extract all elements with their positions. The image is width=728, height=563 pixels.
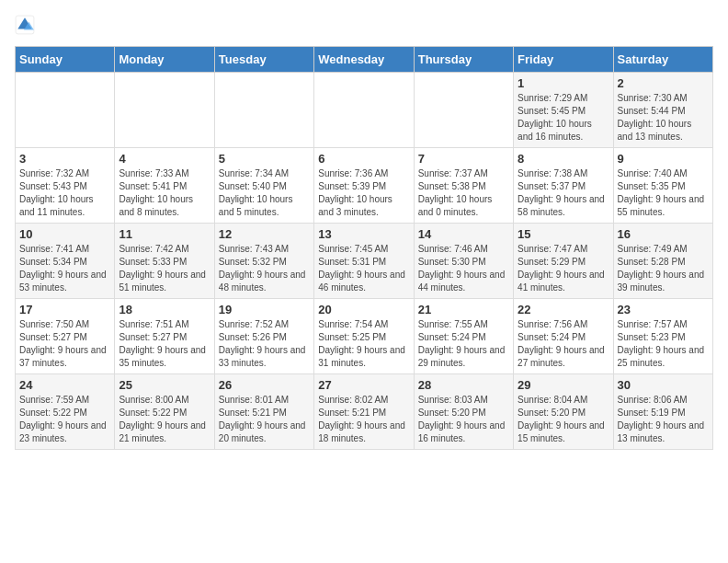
day-info: Sunrise: 8:00 AM Sunset: 5:22 PM Dayligh… xyxy=(119,394,210,445)
calendar-cell: 30Sunrise: 8:06 AM Sunset: 5:19 PM Dayli… xyxy=(613,374,712,450)
day-number: 7 xyxy=(418,152,509,166)
day-number: 15 xyxy=(518,227,609,241)
day-info: Sunrise: 7:36 AM Sunset: 5:39 PM Dayligh… xyxy=(318,167,409,219)
day-number: 24 xyxy=(19,378,110,392)
day-info: Sunrise: 7:52 AM Sunset: 5:26 PM Dayligh… xyxy=(219,318,310,370)
day-info: Sunrise: 7:59 AM Sunset: 5:22 PM Dayligh… xyxy=(19,394,110,445)
day-number: 22 xyxy=(518,303,609,316)
day-info: Sunrise: 8:06 AM Sunset: 5:19 PM Dayligh… xyxy=(618,394,709,445)
day-of-week-header: Tuesday xyxy=(214,47,313,73)
day-number: 6 xyxy=(318,152,409,166)
day-info: Sunrise: 8:01 AM Sunset: 5:21 PM Dayligh… xyxy=(219,394,310,445)
day-info: Sunrise: 7:45 AM Sunset: 5:31 PM Dayligh… xyxy=(318,243,409,294)
day-number: 5 xyxy=(219,152,310,166)
day-number: 12 xyxy=(219,227,310,241)
calendar-cell: 2Sunrise: 7:30 AM Sunset: 5:44 PM Daylig… xyxy=(613,73,712,148)
day-info: Sunrise: 8:04 AM Sunset: 5:20 PM Dayligh… xyxy=(518,394,609,445)
day-number: 23 xyxy=(618,303,709,316)
day-number: 19 xyxy=(219,303,310,316)
calendar-cell: 22Sunrise: 7:56 AM Sunset: 5:24 PM Dayli… xyxy=(514,299,613,374)
calendar-week-row: 24Sunrise: 7:59 AM Sunset: 5:22 PM Dayli… xyxy=(16,374,713,450)
day-number: 13 xyxy=(318,227,409,241)
day-number: 17 xyxy=(19,303,110,316)
calendar-cell: 19Sunrise: 7:52 AM Sunset: 5:26 PM Dayli… xyxy=(214,299,313,374)
day-info: Sunrise: 7:57 AM Sunset: 5:23 PM Dayligh… xyxy=(618,318,709,370)
calendar-cell: 21Sunrise: 7:55 AM Sunset: 5:24 PM Dayli… xyxy=(414,299,513,374)
day-info: Sunrise: 7:41 AM Sunset: 5:34 PM Dayligh… xyxy=(19,243,110,294)
day-info: Sunrise: 7:50 AM Sunset: 5:27 PM Dayligh… xyxy=(19,318,110,370)
day-info: Sunrise: 7:46 AM Sunset: 5:30 PM Dayligh… xyxy=(418,243,509,294)
calendar-body: 1Sunrise: 7:29 AM Sunset: 5:45 PM Daylig… xyxy=(16,73,713,450)
day-of-week-header: Monday xyxy=(115,47,214,73)
day-number: 1 xyxy=(518,76,609,90)
calendar-cell: 3Sunrise: 7:32 AM Sunset: 5:43 PM Daylig… xyxy=(16,148,115,224)
calendar-cell: 29Sunrise: 8:04 AM Sunset: 5:20 PM Dayli… xyxy=(514,374,613,450)
day-info: Sunrise: 7:54 AM Sunset: 5:25 PM Dayligh… xyxy=(318,318,409,370)
day-info: Sunrise: 7:49 AM Sunset: 5:28 PM Dayligh… xyxy=(618,243,709,294)
day-number: 4 xyxy=(119,152,210,166)
day-of-week-header: Friday xyxy=(514,47,613,73)
calendar-header-row: SundayMondayTuesdayWednesdayThursdayFrid… xyxy=(16,47,713,73)
day-info: Sunrise: 7:38 AM Sunset: 5:37 PM Dayligh… xyxy=(518,167,609,219)
day-number: 18 xyxy=(119,303,210,316)
calendar-cell: 5Sunrise: 7:34 AM Sunset: 5:40 PM Daylig… xyxy=(214,148,313,224)
calendar-week-row: 3Sunrise: 7:32 AM Sunset: 5:43 PM Daylig… xyxy=(16,148,713,224)
calendar-cell: 23Sunrise: 7:57 AM Sunset: 5:23 PM Dayli… xyxy=(613,299,712,374)
logo xyxy=(15,15,35,35)
calendar-cell xyxy=(314,73,414,148)
calendar-cell: 6Sunrise: 7:36 AM Sunset: 5:39 PM Daylig… xyxy=(314,148,414,224)
day-info: Sunrise: 7:29 AM Sunset: 5:45 PM Dayligh… xyxy=(518,92,609,144)
day-number: 11 xyxy=(119,227,210,241)
day-info: Sunrise: 7:32 AM Sunset: 5:43 PM Dayligh… xyxy=(19,167,110,219)
day-number: 29 xyxy=(518,378,609,392)
day-info: Sunrise: 8:02 AM Sunset: 5:21 PM Dayligh… xyxy=(318,394,409,445)
calendar-week-row: 10Sunrise: 7:41 AM Sunset: 5:34 PM Dayli… xyxy=(16,224,713,299)
logo-icon xyxy=(15,15,35,35)
day-info: Sunrise: 7:33 AM Sunset: 5:41 PM Dayligh… xyxy=(119,167,210,219)
day-number: 14 xyxy=(418,227,509,241)
day-info: Sunrise: 7:51 AM Sunset: 5:27 PM Dayligh… xyxy=(119,318,210,370)
day-number: 10 xyxy=(19,227,110,241)
day-info: Sunrise: 7:40 AM Sunset: 5:35 PM Dayligh… xyxy=(618,167,709,219)
day-of-week-header: Sunday xyxy=(16,47,115,73)
calendar-cell: 25Sunrise: 8:00 AM Sunset: 5:22 PM Dayli… xyxy=(115,374,214,450)
day-number: 25 xyxy=(119,378,210,392)
calendar-cell: 14Sunrise: 7:46 AM Sunset: 5:30 PM Dayli… xyxy=(414,224,513,299)
calendar-week-row: 17Sunrise: 7:50 AM Sunset: 5:27 PM Dayli… xyxy=(16,299,713,374)
day-info: Sunrise: 7:56 AM Sunset: 5:24 PM Dayligh… xyxy=(518,318,609,370)
calendar-cell: 1Sunrise: 7:29 AM Sunset: 5:45 PM Daylig… xyxy=(514,73,613,148)
calendar-cell xyxy=(214,73,313,148)
calendar-cell xyxy=(16,73,115,148)
day-of-week-header: Saturday xyxy=(613,47,712,73)
day-info: Sunrise: 7:42 AM Sunset: 5:33 PM Dayligh… xyxy=(119,243,210,294)
calendar-cell xyxy=(414,73,513,148)
calendar-cell: 10Sunrise: 7:41 AM Sunset: 5:34 PM Dayli… xyxy=(16,224,115,299)
calendar-cell: 20Sunrise: 7:54 AM Sunset: 5:25 PM Dayli… xyxy=(314,299,414,374)
day-number: 16 xyxy=(618,227,709,241)
calendar-cell: 13Sunrise: 7:45 AM Sunset: 5:31 PM Dayli… xyxy=(314,224,414,299)
calendar-cell: 4Sunrise: 7:33 AM Sunset: 5:41 PM Daylig… xyxy=(115,148,214,224)
day-number: 28 xyxy=(418,378,509,392)
day-info: Sunrise: 7:30 AM Sunset: 5:44 PM Dayligh… xyxy=(618,92,709,144)
day-number: 26 xyxy=(219,378,310,392)
day-info: Sunrise: 7:47 AM Sunset: 5:29 PM Dayligh… xyxy=(518,243,609,294)
day-info: Sunrise: 7:55 AM Sunset: 5:24 PM Dayligh… xyxy=(418,318,509,370)
calendar-cell: 12Sunrise: 7:43 AM Sunset: 5:32 PM Dayli… xyxy=(214,224,313,299)
day-info: Sunrise: 7:34 AM Sunset: 5:40 PM Dayligh… xyxy=(219,167,310,219)
calendar-table: SundayMondayTuesdayWednesdayThursdayFrid… xyxy=(15,46,713,450)
calendar-cell: 9Sunrise: 7:40 AM Sunset: 5:35 PM Daylig… xyxy=(613,148,712,224)
calendar-cell: 17Sunrise: 7:50 AM Sunset: 5:27 PM Dayli… xyxy=(16,299,115,374)
day-of-week-header: Thursday xyxy=(414,47,513,73)
day-number: 9 xyxy=(618,152,709,166)
day-info: Sunrise: 7:37 AM Sunset: 5:38 PM Dayligh… xyxy=(418,167,509,219)
calendar-cell: 16Sunrise: 7:49 AM Sunset: 5:28 PM Dayli… xyxy=(613,224,712,299)
calendar-cell: 26Sunrise: 8:01 AM Sunset: 5:21 PM Dayli… xyxy=(214,374,313,450)
calendar-cell: 28Sunrise: 8:03 AM Sunset: 5:20 PM Dayli… xyxy=(414,374,513,450)
day-number: 8 xyxy=(518,152,609,166)
day-number: 27 xyxy=(318,378,409,392)
day-number: 30 xyxy=(618,378,709,392)
calendar-cell: 7Sunrise: 7:37 AM Sunset: 5:38 PM Daylig… xyxy=(414,148,513,224)
day-number: 2 xyxy=(618,76,709,90)
day-info: Sunrise: 7:43 AM Sunset: 5:32 PM Dayligh… xyxy=(219,243,310,294)
header-area xyxy=(15,15,713,35)
